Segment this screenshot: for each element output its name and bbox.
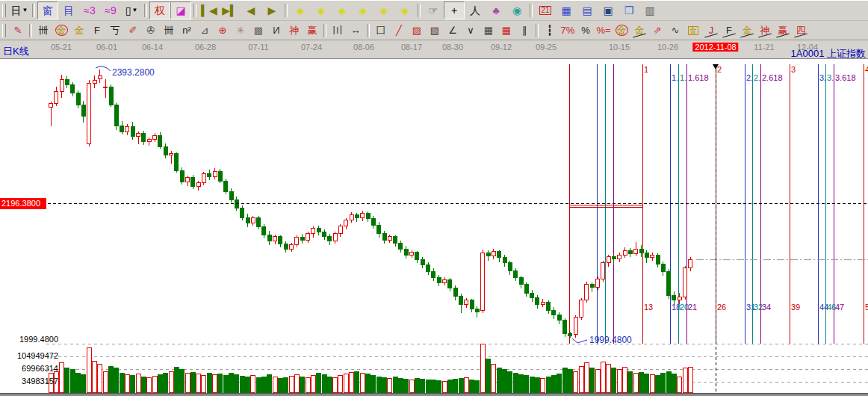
volume-bar [65,368,69,392]
volume-bar [409,380,414,392]
percent-icon[interactable]: % [577,22,595,39]
brain-mark-icon[interactable]: ◉ [506,1,527,19]
gold-circle-icon[interactable]: 金 [52,22,70,39]
minute9-wave-icon[interactable]: ≈9 [100,1,121,19]
f-ruler-icon[interactable]: F [88,22,106,39]
hash2-ruler-icon[interactable]: 卌 [160,22,178,39]
ruler-hash-icon[interactable]: 卌 [34,22,52,39]
notes-icon[interactable]: ▤ [577,1,598,19]
measure-ruler-icon[interactable]: ┇ [541,22,559,39]
toolbar-grip[interactable] [2,24,6,37]
compass-icon[interactable]: ✇ [142,22,160,39]
crosshair-tool-icon[interactable]: + [444,1,465,19]
star-icon[interactable]: ✳ [232,22,249,39]
rocket-ruler-icon[interactable]: ✐ [124,22,142,39]
long-rocket-icon[interactable]: ⇗ [648,22,666,39]
candle-body [524,284,528,293]
info-list-icon[interactable]: 目 [58,1,79,19]
toolbar-separator [323,24,326,37]
jump-lr-diamond-icon[interactable]: ◈ [332,1,353,19]
candle-body [541,302,545,305]
jump-expand-diamond-icon[interactable]: ◈ [353,1,373,19]
spiral-ruler-icon[interactable]: 丂 [106,22,124,39]
nav-next-icon[interactable]: ▶ [261,1,282,19]
grid-icon[interactable]: ▦ [480,22,497,39]
flag-icon[interactable]: ⊿ [196,22,214,39]
shen-icon[interactable]: 神 [285,22,303,39]
windows-icon[interactable]: ❒ [619,1,639,19]
flower-mark-icon[interactable]: ♣ [486,1,506,19]
nav-prev-icon[interactable]: ◀ [241,1,261,19]
box-pattern-icon[interactable]: ▩ [249,22,267,39]
f-slash-icon[interactable]: F [720,22,738,39]
candle-body [683,268,687,297]
percent-line-icon[interactable]: 7% [559,22,577,39]
v-lines-icon[interactable]: ∨ [462,22,480,39]
save-icon[interactable]: ▣ [598,1,619,19]
ying-icon[interactable]: 赢 [303,22,321,39]
n2-icon[interactable]: n² [178,22,196,39]
chart-canvas[interactable]: 1131.181.201.618212262.312.322.618343393… [0,59,868,396]
volume-bar [344,374,348,392]
period-day-button[interactable]: 日▼ [9,1,30,19]
chart-area[interactable]: 1131.181.201.618212262.312.322.618343393… [0,59,868,396]
nav-first-icon[interactable]: ▍◀ [199,1,220,19]
color-chart-icon[interactable]: ◪ [170,1,191,19]
gann-box-icon[interactable]: ▨ [408,22,426,39]
gold-box-icon[interactable]: 金 [684,22,702,39]
candle-body [563,321,567,334]
jump-left-diamond-icon[interactable]: ◈ [290,1,311,19]
jump-cross-diamond-icon[interactable]: ◈ [373,1,394,19]
candle-body [481,253,485,310]
date-tick: 06-14 [142,43,163,52]
wave-tool-icon[interactable]: ∿ [666,22,684,39]
candle-style-button[interactable]: ▯▼ [121,1,142,19]
kwave-icon[interactable]: И [267,22,285,39]
shen-slash-icon[interactable]: 神 [756,22,774,39]
candle-body [656,255,660,264]
calculator-icon[interactable]: ▦ [556,1,577,19]
toolbar-grip[interactable] [2,4,6,17]
volume-bar [196,374,201,392]
si-slash-icon[interactable]: 四 [792,22,810,39]
volume-bar [246,377,250,392]
gold-levels-icon[interactable]: 金 [630,22,648,39]
draw-pen-icon[interactable]: ✎ [9,22,27,39]
gann-box2-icon[interactable]: ▧ [426,22,444,39]
volume-bar [317,373,321,392]
parallel-lines-icon[interactable]: ∥ [515,22,533,39]
angle-lines-icon[interactable]: ∠ [444,22,462,39]
abacus-icon[interactable]: 〣 [329,22,347,39]
ying-slash-icon[interactable]: 赢 [774,22,792,39]
candle-body [371,219,375,225]
candle-body [355,214,359,218]
volume-bar [557,374,562,392]
width-arrows-icon[interactable]: ↔ [347,22,365,39]
hand-tool-icon[interactable]: ☞ [423,1,444,19]
restore-rights-icon[interactable]: 权 [149,1,170,19]
fan-lines-icon[interactable]: ╱ [390,22,408,39]
system-icon[interactable]: ▥ [639,1,660,19]
minute3-wave-icon[interactable]: ≈3 [79,1,100,19]
jump-updown-diamond-icon[interactable]: ◈ [394,1,415,19]
gold-slash-icon[interactable]: 金 [738,22,756,39]
percent-levels-icon[interactable]: %= [595,22,613,39]
candle-body [158,136,162,147]
zoom-window-icon[interactable]: 窗 [37,1,58,19]
volume-tick-label: 104949472 [17,351,58,360]
nav-last-icon[interactable]: ▶▍ [220,1,241,19]
candle-body [661,264,665,271]
candle-body [618,255,621,259]
grid-red-icon[interactable]: ▦ [497,22,515,39]
gold-ruler-icon[interactable]: 金 [70,22,88,39]
mark-person-icon[interactable]: 人 [465,1,486,19]
jump-right-diamond-icon[interactable]: ◈ [311,1,332,19]
gold-circle2-icon[interactable]: 金 [613,22,630,39]
volume-bar [645,374,649,392]
box-tool-icon[interactable]: 囗 [372,22,390,39]
candle-body [279,237,282,244]
j-slash-icon[interactable]: J [702,22,720,39]
calendar-icon[interactable]: 21 [535,1,556,19]
period-day-button-glyph: 日 [11,5,22,16]
circle-cross-icon[interactable]: ⊕ [214,22,232,39]
